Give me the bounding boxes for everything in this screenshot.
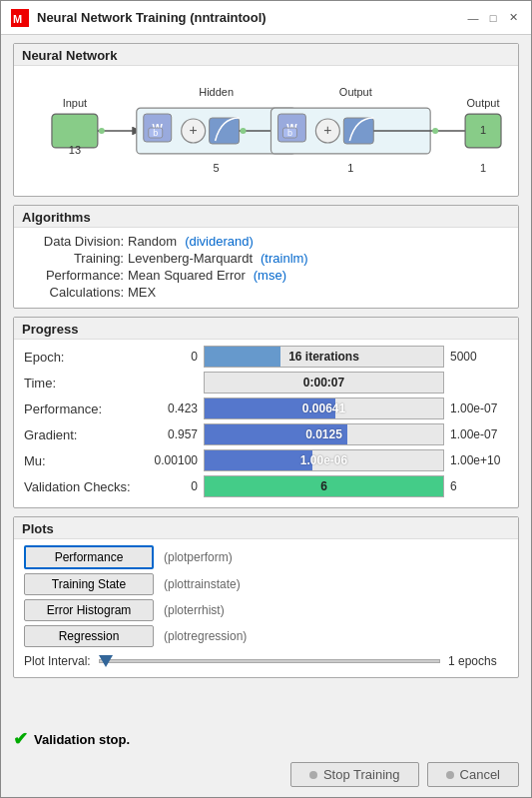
algorithms-section: Algorithms Data Division: Random (divide… xyxy=(13,205,519,309)
algo-row-1: Training: Levenberg-Marquardt (trainlm) xyxy=(24,251,508,266)
plot-btn-errorhist[interactable]: Error Histogram xyxy=(24,599,154,621)
progress-row-valcheck: Validation Checks: 0 6 6 xyxy=(24,475,508,497)
algo-value-3: MEX xyxy=(128,285,156,300)
epoch-bar-text: 16 iterations xyxy=(288,350,359,364)
algo-label-3: Calculations: xyxy=(24,285,124,300)
plot-row-trainingstate: Training State (plottrainstate) xyxy=(24,573,508,595)
progress-row-time: Time: 0:00:07 xyxy=(24,372,508,394)
plot-slider-track xyxy=(99,659,440,663)
grad-bar-text: 0.0125 xyxy=(305,427,342,441)
algo-value-2: Mean Squared Error xyxy=(128,268,246,283)
status-bar: ✔ Validation stop. xyxy=(1,724,531,756)
status-text: Validation stop. xyxy=(34,732,130,747)
plot-link-regression[interactable]: (plotregression) xyxy=(164,629,247,643)
epoch-min: 0 xyxy=(150,350,198,364)
progress-row-epoch: Epoch: 0 16 iterations 5000 xyxy=(24,346,508,368)
svg-text:M: M xyxy=(13,13,22,25)
stop-training-button[interactable]: Stop Training xyxy=(290,762,419,787)
plot-btn-trainingstate[interactable]: Training State xyxy=(24,573,154,595)
progress-section: Progress Epoch: 0 16 iterations 5000 Tim… xyxy=(13,317,519,508)
svg-text:5: 5 xyxy=(214,162,220,174)
mu-label: Mu: xyxy=(24,453,144,468)
maximize-button[interactable]: □ xyxy=(485,10,501,26)
svg-rect-15 xyxy=(210,118,240,144)
algo-link-2[interactable]: (mse) xyxy=(254,268,286,283)
progress-content: Epoch: 0 16 iterations 5000 Time: 0:00:0… xyxy=(14,340,518,507)
algorithms-title: Algorithms xyxy=(14,206,518,228)
plot-btn-regression[interactable]: Regression xyxy=(24,625,154,647)
svg-text:Output: Output xyxy=(339,86,372,98)
plots-content: Performance (plotperform) Training State… xyxy=(14,539,518,677)
epoch-bar: 16 iterations xyxy=(204,346,444,368)
mu-bar-text: 1.00e-06 xyxy=(300,453,347,467)
plot-btn-performance[interactable]: Performance xyxy=(24,545,154,569)
progress-row-perf: Performance: 0.423 0.00641 1.00e-07 xyxy=(24,398,508,419)
plot-row-errorhist: Error Histogram (ploterrhist) xyxy=(24,599,508,621)
perf-max: 1.00e-07 xyxy=(450,401,508,415)
valcheck-bar-text: 6 xyxy=(320,479,327,493)
mu-max: 1.00e+10 xyxy=(450,453,508,467)
grad-bar: 0.0125 xyxy=(204,423,444,445)
svg-point-17 xyxy=(241,128,247,134)
svg-text:13: 13 xyxy=(69,144,81,156)
algo-label-0: Data Division: xyxy=(24,234,124,249)
time-label: Time: xyxy=(24,376,144,391)
nn-svg: 13 Input Hidden W b + xyxy=(22,76,510,186)
algo-row-0: Data Division: Random (dividerand) xyxy=(24,234,508,249)
algo-label-1: Training: xyxy=(24,251,124,266)
svg-rect-2 xyxy=(52,114,98,148)
progress-row-mu: Mu: 0.00100 1.00e-06 1.00e+10 xyxy=(24,449,508,471)
minimize-button[interactable]: — xyxy=(465,10,481,26)
cancel-button[interactable]: Cancel xyxy=(427,762,519,787)
titlebar: M Neural Network Training (nntraintool) … xyxy=(1,1,531,35)
progress-title: Progress xyxy=(14,318,518,340)
plot-interval-label: Plot Interval: xyxy=(24,654,91,668)
mu-bar-fill xyxy=(205,450,312,470)
plot-interval-row: Plot Interval: 1 epochs xyxy=(24,651,508,671)
svg-text:Hidden: Hidden xyxy=(199,86,234,98)
main-window: M Neural Network Training (nntraintool) … xyxy=(0,0,532,798)
mu-min: 0.00100 xyxy=(150,453,198,467)
grad-min: 0.957 xyxy=(150,427,198,441)
close-button[interactable]: ✕ xyxy=(505,10,521,26)
perf-min: 0.423 xyxy=(150,401,198,415)
epoch-max: 5000 xyxy=(450,350,508,364)
svg-text:Output: Output xyxy=(467,97,500,109)
valcheck-label: Validation Checks: xyxy=(24,479,144,494)
algo-label-2: Performance: xyxy=(24,268,124,283)
cancel-dot xyxy=(446,771,454,779)
time-bar-text: 0:00:07 xyxy=(303,376,344,390)
titlebar-controls: — □ ✕ xyxy=(465,10,521,26)
window-title: Neural Network Training (nntraintool) xyxy=(37,10,266,25)
svg-text:1: 1 xyxy=(480,162,486,174)
plot-slider-thumb[interactable] xyxy=(99,655,113,667)
algo-row-3: Calculations: MEX xyxy=(24,285,508,300)
main-content: Neural Network 13 Input Hidden W xyxy=(1,35,531,724)
svg-text:+: + xyxy=(190,122,198,138)
plot-link-errorhist[interactable]: (ploterrhist) xyxy=(164,603,225,617)
grad-label: Gradient: xyxy=(24,427,144,442)
epoch-label: Epoch: xyxy=(24,350,144,365)
svg-point-30 xyxy=(432,128,438,134)
plot-link-trainingstate[interactable]: (plottrainstate) xyxy=(164,577,241,591)
perf-label: Performance: xyxy=(24,401,144,416)
plot-row-performance: Performance (plotperform) xyxy=(24,545,508,569)
plot-link-performance[interactable]: (plotperform) xyxy=(164,550,233,564)
grad-max: 1.00e-07 xyxy=(450,427,508,441)
plot-slider-wrap xyxy=(99,651,440,671)
algo-link-0[interactable]: (dividerand) xyxy=(185,234,254,249)
svg-point-6 xyxy=(99,128,105,134)
neural-network-title: Neural Network xyxy=(14,44,518,66)
algo-link-1[interactable]: (trainlm) xyxy=(261,251,308,266)
nn-diagram: 13 Input Hidden W b + xyxy=(14,66,518,196)
perf-bar-text: 0.00641 xyxy=(302,401,345,415)
status-icon: ✔ xyxy=(13,728,28,750)
valcheck-max: 6 xyxy=(450,479,508,493)
valcheck-bar: 6 xyxy=(204,475,444,497)
algo-row-2: Performance: Mean Squared Error (mse) xyxy=(24,268,508,283)
plots-title: Plots xyxy=(14,517,518,539)
svg-text:+: + xyxy=(323,122,331,138)
svg-text:Input: Input xyxy=(63,97,87,109)
time-bar: 0:00:07 xyxy=(204,372,444,394)
mu-bar: 1.00e-06 xyxy=(204,449,444,471)
